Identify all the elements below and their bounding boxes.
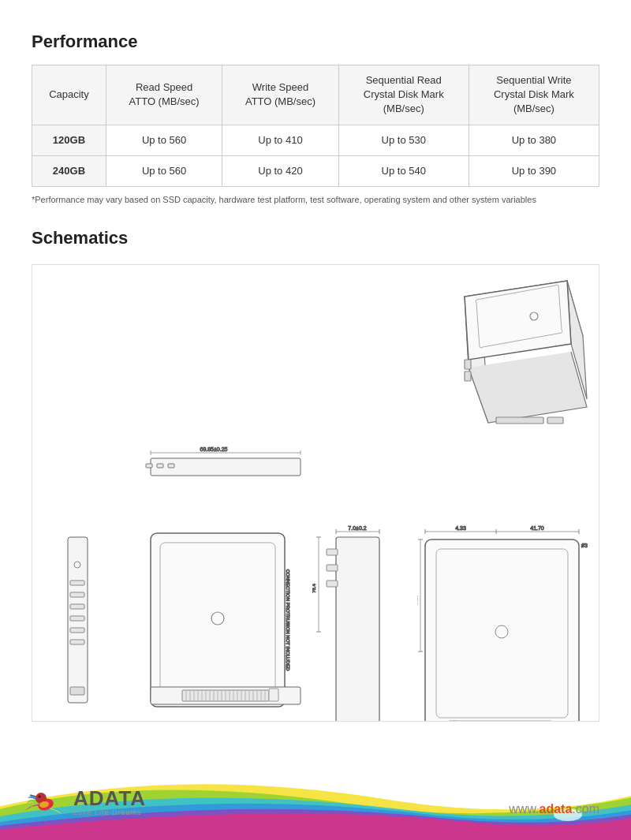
col-header-read-atto: Read SpeedATTO (MB/sec) [106, 65, 222, 125]
svg-rect-20 [70, 640, 84, 644]
svg-rect-33 [327, 581, 338, 587]
svg-rect-10 [146, 464, 152, 468]
brand-name: ADATA [73, 788, 146, 808]
top-down-schematic: 4.33 41.70 #3 76.4 [417, 525, 591, 722]
svg-text:76.4: 76.4 [417, 595, 418, 604]
cell-seq-write: Up to 380 [469, 125, 599, 155]
cell-read-atto: Up to 560 [106, 125, 222, 155]
adata-bird-logo [24, 781, 67, 824]
schematics-area: 69.85±0.25 [32, 264, 599, 722]
svg-rect-49 [425, 539, 579, 722]
svg-rect-4 [547, 417, 563, 424]
table-header-row: Capacity Read SpeedATTO (MB/sec) Write S… [32, 65, 599, 125]
svg-rect-31 [327, 549, 338, 555]
performance-note: *Performance may vary based on SSD capac… [32, 195, 599, 204]
cell-capacity: 120GB [32, 125, 106, 155]
svg-rect-30 [336, 537, 379, 722]
svg-rect-92 [269, 689, 278, 701]
ssd-3d-schematic [417, 273, 591, 446]
footer: ADATA Love·Life·Dreams www.adata.com [0, 722, 631, 840]
page-content: Performance Capacity Read SpeedATTO (MB/… [0, 0, 631, 722]
svg-text:41.70: 41.70 [530, 525, 544, 531]
url-brand: adata [540, 802, 573, 816]
cell-read-atto: Up to 560 [106, 155, 222, 186]
logo-text: ADATA Love·Life·Dreams [73, 788, 146, 816]
col-header-seq-read: Sequential ReadCrystal Disk Mark(MB/sec) [338, 65, 469, 125]
svg-rect-11 [157, 464, 163, 468]
svg-rect-1 [465, 360, 471, 369]
cell-write-atto: Up to 410 [222, 125, 338, 155]
svg-rect-18 [70, 616, 84, 621]
svg-rect-17 [70, 604, 84, 609]
svg-rect-21 [70, 687, 84, 695]
svg-text:#3: #3 [581, 543, 588, 548]
performance-section: Performance Capacity Read SpeedATTO (MB/… [32, 32, 599, 204]
cell-capacity: 240GB [32, 155, 106, 186]
performance-table: Capacity Read SpeedATTO (MB/sec) Write S… [32, 65, 599, 187]
schematics-section: Schematics [32, 228, 599, 722]
svg-rect-3 [496, 417, 543, 424]
svg-rect-15 [70, 581, 84, 585]
svg-rect-12 [168, 464, 174, 468]
svg-rect-19 [70, 628, 84, 633]
cell-seq-read: Up to 540 [338, 155, 469, 186]
svg-text:CONNECTION PROTRUSION NOT INCL: CONNECTION PROTRUSION NOT INCLUDED [286, 569, 290, 671]
cell-write-atto: Up to 420 [222, 155, 338, 186]
table-row: 120GBUp to 560Up to 410Up to 530Up to 38… [32, 125, 599, 155]
table-row: 240GBUp to 560Up to 420Up to 540Up to 39… [32, 155, 599, 186]
cell-seq-write: Up to 390 [469, 155, 599, 186]
svg-point-97 [39, 795, 41, 797]
svg-rect-16 [70, 592, 84, 597]
svg-text:69.85±0.25: 69.85±0.25 [200, 446, 228, 452]
thin-side-schematic [56, 533, 99, 707]
col-header-write-atto: Write SpeedATTO (MB/sec) [222, 65, 338, 125]
svg-rect-32 [327, 565, 338, 571]
url-prefix: www. [509, 802, 539, 816]
cell-seq-read: Up to 530 [338, 125, 469, 155]
col-header-capacity: Capacity [32, 65, 106, 125]
svg-text:4.33: 4.33 [455, 525, 466, 531]
schematics-title: Schematics [32, 228, 599, 248]
performance-title: Performance [32, 32, 599, 52]
url-suffix: .com [572, 802, 599, 816]
svg-rect-2 [465, 371, 471, 381]
side-profile-schematic: 69.85±0.25 [143, 446, 316, 486]
footer-url: www.adata.com [509, 802, 599, 816]
bottom-connector-schematic [143, 678, 316, 713]
svg-text:76.4: 76.4 [312, 583, 316, 592]
brand-tagline: Love·Life·Dreams [73, 808, 146, 816]
footer-logo: ADATA Love·Life·Dreams [24, 781, 146, 824]
side-dim-schematic: 7.0±0.2 76.4 #3 -0.3 [312, 525, 407, 722]
svg-text:7.0±0.2: 7.0±0.2 [348, 525, 366, 531]
col-header-seq-write: Sequential WriteCrystal Disk Mark(MB/sec… [469, 65, 599, 125]
